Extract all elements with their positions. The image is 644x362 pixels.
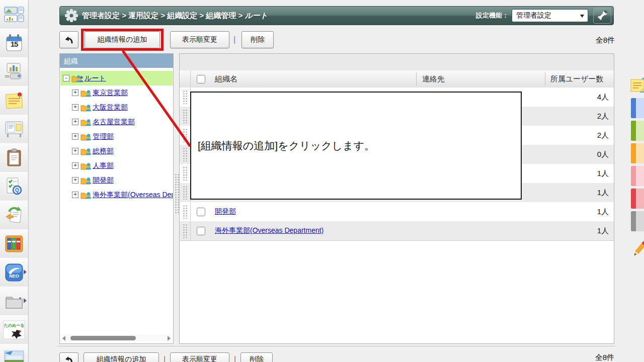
toolbar-separator: | [164,355,166,362]
tree-item-link[interactable]: 管理部 [93,132,114,141]
tanomeru-label: たのめーる [2,323,26,328]
tree-item[interactable]: + 開発部 [60,173,173,188]
memo-person-icon[interactable] [630,75,644,97]
red-swatch-icon[interactable] [631,189,644,209]
column-header-name: 組織名 [215,70,237,87]
scrollbar-thumb[interactable] [70,336,136,340]
row-drag-handle[interactable] [180,145,191,163]
row-checkbox[interactable] [197,227,205,235]
expand-icon[interactable]: + [72,162,78,169]
row-drag-handle[interactable] [180,221,191,240]
sidebar-item-circulation[interactable] [0,201,28,230]
column-header-users: 所属ユーザー数 [545,70,609,87]
flyout-arrow-icon[interactable] [24,269,27,275]
green-swatch-icon[interactable] [631,121,644,141]
org-folder-icon [80,191,92,199]
tree-item[interactable]: + 人事部 [60,158,173,173]
tree-item[interactable]: + 海外事業部(Overseas Department) [60,188,173,202]
row-drag-handle[interactable] [180,107,191,125]
collapse-icon[interactable]: - [63,75,69,81]
select-all-checkbox[interactable] [197,75,205,83]
gray-swatch-icon[interactable] [631,211,644,231]
reorder-button[interactable]: 表示順変更 [170,31,229,48]
expand-icon[interactable]: + [72,89,78,96]
sidebar-item-schedule[interactable]: 15 [0,29,28,58]
scroll-left-icon[interactable] [62,336,65,341]
sidebar-item-cabinet[interactable] [0,287,28,316]
row-drag-handle[interactable] [180,183,191,202]
expand-icon[interactable]: + [72,192,78,198]
sidebar-item-library[interactable] [0,229,28,258]
tree-horizontal-scrollbar[interactable] [61,334,172,342]
wrench-icon [597,11,607,21]
org-folder-icon [80,118,92,126]
tree-item-link[interactable]: 東京営業部 [93,88,128,98]
expand-icon[interactable]: + [72,133,78,140]
tree-item[interactable]: + 東京営業部 [60,85,173,100]
tree-item-link[interactable]: 人事部 [93,161,114,170]
sidebar-item-survey[interactable]: Q [0,172,28,201]
tree-item-link[interactable]: 開発部 [93,176,114,185]
tree-item-link[interactable]: 総務部 [93,147,114,156]
tree-item[interactable]: + 名古屋営業部 [60,115,173,129]
tree-item[interactable]: + 大阪営業部 [60,100,173,115]
user-count: 1人 [545,202,609,221]
clipboard-icon [6,148,23,167]
settings-wrench-button[interactable] [593,8,611,24]
org-folder-icon [80,176,92,185]
expand-icon[interactable]: + [72,104,78,111]
tree-item[interactable]: + 管理部 [60,129,173,144]
pencil-icon[interactable] [631,239,644,258]
callout-text: [組織情報の追加]をクリックします。 [198,139,375,153]
sidebar-item-tanomeru[interactable]: たのめーる [0,315,28,344]
sidebar-item-banner[interactable] [0,344,28,362]
add-org-button-bottom[interactable]: 組織情報の追加 [84,352,159,362]
expand-icon[interactable]: + [72,148,78,154]
org-name-link[interactable]: 開発部 [215,207,236,216]
tree-item[interactable]: + 総務部 [60,144,173,158]
cabinet-folder-icon [4,293,24,309]
tree-item-link[interactable]: ルート [85,74,106,83]
sidebar-item-presentation[interactable] [0,57,28,86]
org-folder-icon [80,103,92,112]
org-root-icon [71,74,84,82]
panel-splitter-handle[interactable] [175,173,179,215]
blue-swatch-icon[interactable] [631,98,644,118]
photo-banner-icon [4,350,25,362]
tree-item-link[interactable]: 大阪営業部 [93,103,128,112]
tree-item-link[interactable]: 海外事業部(Overseas Department) [93,191,173,200]
settings-function-select[interactable]: 管理者設定 [512,9,588,22]
sidebar-item-portal[interactable] [0,0,28,29]
back-button[interactable] [59,31,78,48]
memo-note-icon [4,91,24,110]
row-checkbox[interactable] [197,208,205,216]
user-count: 4人 [545,87,609,107]
expand-icon[interactable]: + [72,119,78,125]
chevron-down-icon [580,15,584,18]
expand-icon[interactable]: + [72,177,78,184]
delete-button[interactable]: 削除 [242,31,274,48]
sidebar-item-neo[interactable]: NEO [0,258,28,287]
pink-swatch-icon[interactable] [631,166,644,186]
toolbar-separator: | [233,35,235,44]
sidebar-item-todo[interactable] [0,143,28,172]
org-folder-icon [80,147,92,155]
row-drag-handle[interactable] [180,87,191,106]
sidebar-item-memo[interactable] [0,86,28,115]
org-folder-icon [80,88,92,97]
org-name-link[interactable]: 海外事業部(Overseas Department) [215,226,324,235]
delete-button-bottom[interactable]: 削除 [240,352,273,362]
flyout-arrow-icon[interactable] [24,298,27,303]
sidebar-item-bulletin[interactable] [0,115,28,144]
orange-swatch-icon[interactable] [631,143,644,163]
tree-item-root[interactable]: - ルート [60,71,173,85]
row-drag-handle[interactable] [180,164,191,183]
reorder-button-bottom[interactable]: 表示順変更 [170,352,229,362]
back-button-bottom[interactable] [59,352,78,362]
row-drag-handle[interactable] [180,126,191,144]
scroll-right-icon[interactable] [168,336,171,341]
right-icon-strip [630,0,644,362]
row-drag-handle[interactable] [180,202,191,221]
toolbar-separator: | [234,355,236,362]
tree-item-link[interactable]: 名古屋営業部 [93,118,135,127]
